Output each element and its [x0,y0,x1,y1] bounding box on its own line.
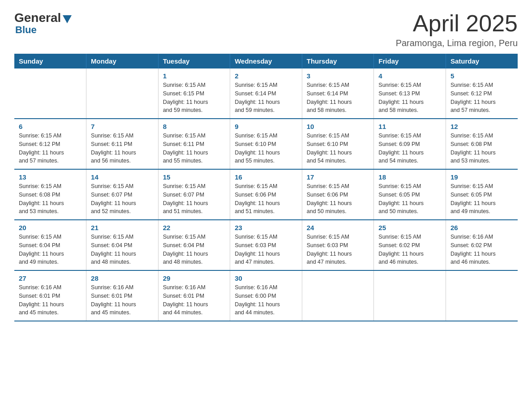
header-wednesday: Wednesday [230,54,302,68]
calendar-cell: 3Sunrise: 6:15 AM Sunset: 6:14 PM Daylig… [302,68,374,119]
calendar-cell: 25Sunrise: 6:15 AM Sunset: 6:02 PM Dayli… [374,220,446,270]
day-number: 17 [307,173,369,181]
calendar-cell: 2Sunrise: 6:15 AM Sunset: 6:14 PM Daylig… [230,68,302,119]
header-saturday: Saturday [446,54,518,68]
calendar-cell: 22Sunrise: 6:15 AM Sunset: 6:04 PM Dayli… [158,220,230,270]
day-number: 9 [235,123,297,130]
day-info: Sunrise: 6:15 AM Sunset: 6:09 PM Dayligh… [378,132,441,165]
day-number: 29 [163,274,226,282]
day-info: Sunrise: 6:16 AM Sunset: 6:02 PM Dayligh… [450,233,513,266]
day-number: 18 [378,173,441,181]
calendar-cell: 10Sunrise: 6:15 AM Sunset: 6:10 PM Dayli… [302,119,374,169]
calendar-cell: 23Sunrise: 6:15 AM Sunset: 6:03 PM Dayli… [230,220,302,270]
day-info: Sunrise: 6:15 AM Sunset: 6:11 PM Dayligh… [163,132,226,165]
calendar-cell [374,270,446,321]
day-info: Sunrise: 6:15 AM Sunset: 6:07 PM Dayligh… [163,182,226,216]
logo-triangle-icon [63,15,72,23]
day-info: Sunrise: 6:15 AM Sunset: 6:10 PM Dayligh… [307,132,369,165]
day-number: 3 [307,72,369,80]
calendar-cell: 24Sunrise: 6:15 AM Sunset: 6:03 PM Dayli… [302,220,374,270]
day-info: Sunrise: 6:15 AM Sunset: 6:04 PM Dayligh… [19,233,82,266]
day-number: 2 [235,72,297,80]
day-info: Sunrise: 6:15 AM Sunset: 6:04 PM Dayligh… [91,233,154,266]
calendar-cell: 9Sunrise: 6:15 AM Sunset: 6:10 PM Daylig… [230,119,302,169]
header-friday: Friday [374,54,446,68]
day-info: Sunrise: 6:15 AM Sunset: 6:08 PM Dayligh… [450,132,513,165]
day-info: Sunrise: 6:15 AM Sunset: 6:05 PM Dayligh… [450,182,513,216]
header-monday: Monday [86,54,159,68]
day-number: 5 [450,72,513,80]
calendar-cell: 26Sunrise: 6:16 AM Sunset: 6:02 PM Dayli… [446,220,518,270]
calendar-cell: 12Sunrise: 6:15 AM Sunset: 6:08 PM Dayli… [446,119,518,169]
calendar-cell: 8Sunrise: 6:15 AM Sunset: 6:11 PM Daylig… [158,119,230,169]
day-info: Sunrise: 6:15 AM Sunset: 6:08 PM Dayligh… [19,182,82,216]
day-number: 30 [235,274,297,282]
day-info: Sunrise: 6:15 AM Sunset: 6:03 PM Dayligh… [307,233,369,266]
day-info: Sunrise: 6:15 AM Sunset: 6:06 PM Dayligh… [235,182,297,216]
day-number: 13 [19,173,82,181]
calendar-week-row: 13Sunrise: 6:15 AM Sunset: 6:08 PM Dayli… [14,169,518,220]
calendar-cell: 4Sunrise: 6:15 AM Sunset: 6:13 PM Daylig… [374,68,446,119]
title-block: April 2025 Paramonga, Lima region, Peru [396,11,518,48]
calendar-week-row: 6Sunrise: 6:15 AM Sunset: 6:12 PM Daylig… [14,119,518,169]
day-number: 20 [19,224,82,231]
calendar-cell [302,270,374,321]
day-info: Sunrise: 6:15 AM Sunset: 6:14 PM Dayligh… [235,81,297,115]
day-number: 28 [91,274,154,282]
calendar-cell [14,68,86,119]
day-info: Sunrise: 6:15 AM Sunset: 6:10 PM Dayligh… [235,132,297,165]
calendar-cell [446,270,518,321]
calendar-cell: 20Sunrise: 6:15 AM Sunset: 6:04 PM Dayli… [14,220,86,270]
day-info: Sunrise: 6:15 AM Sunset: 6:04 PM Dayligh… [163,233,226,266]
calendar-cell: 6Sunrise: 6:15 AM Sunset: 6:12 PM Daylig… [14,119,86,169]
day-info: Sunrise: 6:15 AM Sunset: 6:12 PM Dayligh… [19,132,82,165]
day-info: Sunrise: 6:15 AM Sunset: 6:03 PM Dayligh… [235,233,297,266]
calendar-cell: 11Sunrise: 6:15 AM Sunset: 6:09 PM Dayli… [374,119,446,169]
calendar-cell: 5Sunrise: 6:15 AM Sunset: 6:12 PM Daylig… [446,68,518,119]
calendar-cell: 14Sunrise: 6:15 AM Sunset: 6:07 PM Dayli… [86,169,159,220]
calendar-cell: 18Sunrise: 6:15 AM Sunset: 6:05 PM Dayli… [374,169,446,220]
day-info: Sunrise: 6:15 AM Sunset: 6:15 PM Dayligh… [163,81,226,115]
calendar-week-row: 27Sunrise: 6:16 AM Sunset: 6:01 PM Dayli… [14,270,518,321]
day-number: 4 [378,72,441,80]
day-number: 1 [163,72,226,80]
calendar-cell: 21Sunrise: 6:15 AM Sunset: 6:04 PM Dayli… [86,220,159,270]
header-tuesday: Tuesday [158,54,230,68]
calendar-cell: 29Sunrise: 6:16 AM Sunset: 6:01 PM Dayli… [158,270,230,321]
day-info: Sunrise: 6:15 AM Sunset: 6:13 PM Dayligh… [378,81,441,115]
logo-blue-text: Blue [15,24,37,36]
day-info: Sunrise: 6:15 AM Sunset: 6:02 PM Dayligh… [378,233,441,266]
calendar-cell: 16Sunrise: 6:15 AM Sunset: 6:06 PM Dayli… [230,169,302,220]
calendar-cell: 19Sunrise: 6:15 AM Sunset: 6:05 PM Dayli… [446,169,518,220]
calendar-cell: 13Sunrise: 6:15 AM Sunset: 6:08 PM Dayli… [14,169,86,220]
day-number: 22 [163,224,226,231]
calendar-cell: 17Sunrise: 6:15 AM Sunset: 6:06 PM Dayli… [302,169,374,220]
logo-general-text: General [14,11,61,25]
day-info: Sunrise: 6:16 AM Sunset: 6:01 PM Dayligh… [163,283,226,317]
day-number: 8 [163,123,226,130]
calendar-week-row: 1Sunrise: 6:15 AM Sunset: 6:15 PM Daylig… [14,68,518,119]
calendar-cell: 7Sunrise: 6:15 AM Sunset: 6:11 PM Daylig… [86,119,159,169]
calendar-cell: 28Sunrise: 6:16 AM Sunset: 6:01 PM Dayli… [86,270,159,321]
day-number: 11 [378,123,441,130]
calendar-header-row: Sunday Monday Tuesday Wednesday Thursday… [14,54,518,68]
day-info: Sunrise: 6:15 AM Sunset: 6:11 PM Dayligh… [91,132,154,165]
day-info: Sunrise: 6:16 AM Sunset: 6:01 PM Dayligh… [19,283,82,317]
calendar-cell: 1Sunrise: 6:15 AM Sunset: 6:15 PM Daylig… [158,68,230,119]
day-info: Sunrise: 6:15 AM Sunset: 6:07 PM Dayligh… [91,182,154,216]
day-number: 6 [19,123,82,130]
header-thursday: Thursday [302,54,374,68]
header-sunday: Sunday [14,54,86,68]
day-number: 7 [91,123,154,130]
day-number: 23 [235,224,297,231]
day-info: Sunrise: 6:15 AM Sunset: 6:12 PM Dayligh… [450,81,513,115]
logo: General Blue [14,11,72,36]
day-info: Sunrise: 6:16 AM Sunset: 6:01 PM Dayligh… [91,283,154,317]
calendar-table: Sunday Monday Tuesday Wednesday Thursday… [14,54,518,321]
day-number: 10 [307,123,369,130]
day-number: 27 [19,274,82,282]
month-title: April 2025 [396,11,518,36]
day-info: Sunrise: 6:15 AM Sunset: 6:05 PM Dayligh… [378,182,441,216]
calendar-cell [86,68,159,119]
day-number: 21 [91,224,154,231]
